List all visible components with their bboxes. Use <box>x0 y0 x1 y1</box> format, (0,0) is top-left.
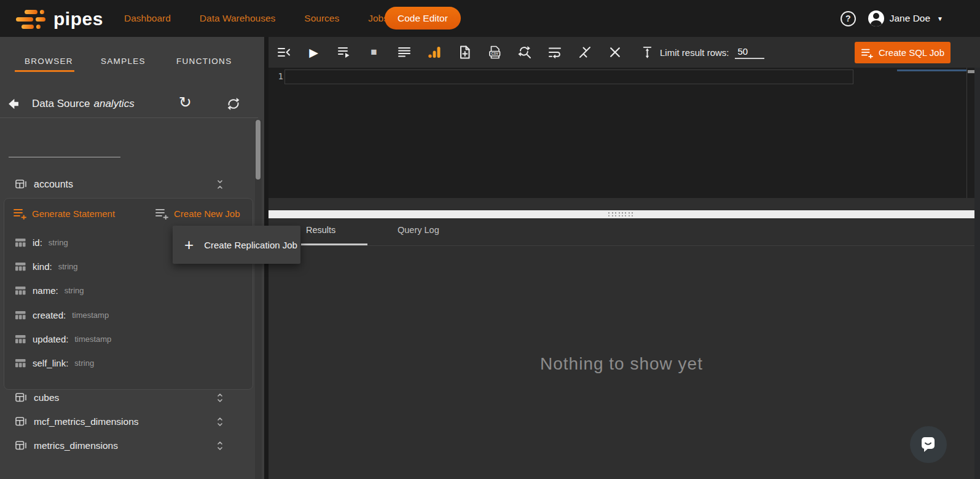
table-icon <box>15 416 28 428</box>
limit-rows-label: Limit result rows: <box>660 47 729 58</box>
collapse-toggle-icon[interactable] <box>215 178 225 191</box>
format-sql-button[interactable] <box>389 37 419 68</box>
run-selection-icon <box>337 45 351 60</box>
grip-dots-icon <box>608 212 635 216</box>
sql-editor[interactable]: 1 <box>269 68 974 198</box>
column-icon <box>14 333 26 345</box>
top-navbar: pipes Dashboard Data Warehouses Sources … <box>0 0 980 37</box>
find-replace-button[interactable] <box>509 37 539 68</box>
analytics-chart-icon <box>427 45 442 60</box>
line-number: 1 <box>271 71 283 81</box>
csv-file-icon: CSV <box>487 45 502 60</box>
find-replace-icon <box>517 45 532 60</box>
play-icon: ▶ <box>309 46 318 60</box>
new-file-button[interactable] <box>449 37 479 68</box>
main-nav: Dashboard Data Warehouses Sources Jobs <box>124 0 388 37</box>
column-row-id[interactable]: id:string <box>14 234 68 250</box>
tab-browser[interactable]: BROWSER <box>25 57 73 66</box>
nav-dashboard[interactable]: Dashboard <box>124 13 171 24</box>
column-row-created[interactable]: created:timestamp <box>14 307 109 323</box>
collapse-editor-button[interactable] <box>269 37 299 68</box>
expand-toggle-icon[interactable] <box>215 440 225 452</box>
stop-button[interactable]: ■ <box>359 37 389 68</box>
caret-down-icon: ▼ <box>937 15 943 22</box>
sidebar-scrollbar-thumb[interactable] <box>256 120 261 180</box>
logo-text: pipes <box>53 9 103 30</box>
avatar-icon <box>868 10 884 26</box>
table-row-metrics-dimensions[interactable]: metrics_dimensions <box>0 436 253 456</box>
datasource-title: Data Sourceanalytics <box>32 98 135 110</box>
refresh-icon[interactable]: ↻ <box>179 95 192 110</box>
create-sql-job-button[interactable]: Create SQL Job <box>855 42 951 63</box>
pipes-logo-icon <box>16 10 45 29</box>
window-scrollbar-gutter <box>974 68 980 479</box>
panel-splitter-handle[interactable] <box>269 210 974 218</box>
table-icon <box>15 392 28 404</box>
app-logo[interactable]: pipes <box>16 9 103 30</box>
visualize-button[interactable] <box>419 37 449 68</box>
chat-widget-button[interactable] <box>910 426 947 463</box>
column-row-kind[interactable]: kind:string <box>14 258 77 274</box>
word-wrap-button[interactable] <box>539 37 570 68</box>
column-icon <box>14 260 26 272</box>
svg-text:CSV: CSV <box>491 52 498 55</box>
column-icon <box>14 236 26 248</box>
list-plus-icon <box>155 207 168 220</box>
expand-toggle-icon[interactable] <box>215 416 225 428</box>
help-icon[interactable]: ? <box>841 11 856 26</box>
add-file-icon <box>457 45 472 60</box>
clear-editor-button[interactable] <box>600 37 630 68</box>
generate-statement-button[interactable]: Generate Statement <box>13 207 115 220</box>
sync-icon[interactable] <box>226 97 241 111</box>
user-menu[interactable]: Jane Doe ▼ <box>868 10 943 26</box>
column-icon <box>14 284 26 296</box>
run-query-button[interactable]: ▶ <box>299 37 329 68</box>
table-row-cubes[interactable]: cubes <box>0 388 253 408</box>
minimap-divider <box>966 68 967 198</box>
column-row-self-link[interactable]: self_link:string <box>14 355 94 371</box>
limit-rows-input[interactable] <box>735 46 764 59</box>
column-row-name[interactable]: name:string <box>14 282 84 298</box>
stop-icon: ■ <box>370 46 377 58</box>
active-line-highlight <box>284 69 853 84</box>
back-arrow-icon <box>8 98 23 110</box>
column-icon <box>14 357 26 369</box>
active-tab-underline <box>15 70 74 72</box>
search-input[interactable] <box>17 141 139 152</box>
expand-toggle-icon[interactable] <box>215 392 225 404</box>
user-name: Jane Doe <box>890 13 930 24</box>
wrap-text-icon <box>547 45 562 60</box>
plus-icon: + <box>184 236 194 255</box>
minimap-viewport-indicator <box>897 69 966 71</box>
limit-rows-group: Limit result rows: <box>640 37 764 68</box>
results-panel: Results Query Log Nothing to show yet <box>269 198 974 479</box>
row-height-icon <box>640 45 654 60</box>
back-button[interactable] <box>8 98 23 110</box>
table-icon <box>15 178 28 191</box>
code-editor-button[interactable]: Code Editor <box>385 7 461 30</box>
list-plus-icon <box>13 207 26 220</box>
nav-sources[interactable]: Sources <box>304 13 339 24</box>
chat-bubble-icon <box>919 435 938 454</box>
sidebar-search <box>9 134 120 157</box>
create-new-job-button[interactable]: Create New Job <box>155 207 240 220</box>
editor-scrollbar-thumb[interactable] <box>968 70 974 73</box>
tabs-bottom-border <box>269 245 974 246</box>
table-row-accounts[interactable]: accounts <box>0 175 253 194</box>
column-row-updated[interactable]: updated:timestamp <box>14 331 111 347</box>
tab-query-log[interactable]: Query Log <box>398 225 439 235</box>
datasource-name: analytics <box>94 98 135 110</box>
run-selection-button[interactable] <box>329 37 359 68</box>
table-row-mcf-metrics-dimensions[interactable]: mcf_metrics_dimensions <box>0 412 253 432</box>
empty-state-message: Nothing to show yet <box>269 354 974 374</box>
tab-functions[interactable]: FUNCTIONS <box>176 57 232 66</box>
tab-samples[interactable]: SAMPLES <box>101 57 146 66</box>
align-left-icon <box>397 45 412 60</box>
tab-results[interactable]: Results <box>306 225 335 235</box>
list-plus-icon <box>861 47 873 58</box>
close-icon <box>608 46 622 59</box>
export-csv-button[interactable]: CSV <box>479 37 509 68</box>
nav-data-warehouses[interactable]: Data Warehouses <box>200 13 276 24</box>
create-replication-job-menu-item[interactable]: + Create Replication Job <box>173 226 300 264</box>
wrap-off-button[interactable] <box>570 37 600 68</box>
